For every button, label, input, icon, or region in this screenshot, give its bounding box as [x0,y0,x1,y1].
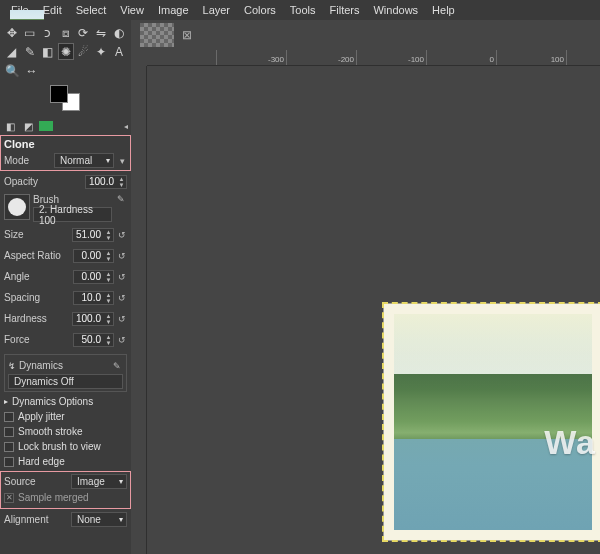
jitter-label: Apply jitter [18,411,65,422]
aspect-label: Aspect Ratio [4,250,61,261]
dock-menu-icon[interactable]: ◂ [124,122,128,131]
menu-filters[interactable]: Filters [323,2,367,18]
aspect-reset-icon[interactable]: ↺ [117,251,127,261]
measure-icon[interactable]: ↔ [23,62,40,79]
angle-label: Angle [4,271,30,282]
watermark-text: Wa [544,423,596,462]
brush-section: Brush 2. Hardness 100 ✎ [0,192,131,224]
image-tab-icon[interactable] [39,121,53,131]
mode-row: Mode Normal▾ ▾ [4,152,127,169]
menu-layer[interactable]: Layer [196,2,238,18]
path-icon[interactable]: ✦ [93,43,109,60]
image-tab-empty[interactable] [140,23,174,47]
dynamics-edit-icon[interactable]: ✎ [111,361,123,371]
tool-options-tab-icon[interactable]: ◧ [3,119,17,133]
lock-checkbox[interactable] [4,442,14,452]
move-tool-icon[interactable]: ✥ [4,24,20,41]
sample-merged-checkbox[interactable]: ✕ [4,493,14,503]
angle-field[interactable]: 0.00▲▼ [73,270,114,284]
angle-row: Angle 0.00▲▼ ↺ [0,266,131,287]
dynamics-dropdown[interactable]: Dynamics Off [8,374,123,389]
force-field[interactable]: 50.0▲▼ [73,333,114,347]
menubar: File Edit Select View Image Layer Colors… [0,0,600,20]
size-field[interactable]: 51.00▲▼ [72,228,114,242]
menu-select[interactable]: Select [69,2,114,18]
hardness-label: Hardness [4,313,47,324]
rect-select-icon[interactable]: ▭ [22,24,38,41]
dock-tabbar: ◧ ◩ ◂ [0,117,131,135]
force-label: Force [4,334,30,345]
zoom-icon[interactable]: 🔍 [4,62,21,79]
toolbox: ✥ ▭ ɔ ⧈ ⟳ ⇋ ◐ ◢ ✎ ◧ ✺ ☄ ✦ A 🔍 ↔ [0,20,131,117]
image-canvas[interactable]: Wa [384,304,600,540]
menu-image[interactable]: Image [151,2,196,18]
lasso-icon[interactable]: ɔ [40,24,56,41]
opacity-field[interactable]: 100.0▲▼ [85,175,127,189]
smooth-label: Smooth stroke [18,426,82,437]
smudge-icon[interactable]: ☄ [76,43,92,60]
source-label: Source [4,476,36,487]
hardness-row: Hardness 100.0▲▼ ↺ [0,308,131,329]
tool-title-section: Clone Mode Normal▾ ▾ [0,135,131,171]
brush-picker[interactable]: 2. Hardness 100 [33,207,112,222]
smooth-checkbox[interactable] [4,427,14,437]
alignment-label: Alignment [4,514,48,525]
image-content [394,314,592,530]
tool-title: Clone [4,137,127,152]
spacing-label: Spacing [4,292,40,303]
fg-bg-colors[interactable] [50,85,80,111]
size-reset-icon[interactable]: ↺ [117,230,127,240]
menu-view[interactable]: View [113,2,151,18]
jitter-checkbox[interactable] [4,412,14,422]
canvas-area[interactable]: Wa [147,66,600,554]
menu-help[interactable]: Help [425,2,462,18]
pencil-icon[interactable]: ✎ [22,43,38,60]
size-row: Size 51.00▲▼ ↺ [0,224,131,245]
aspect-row: Aspect Ratio 0.00▲▼ ↺ [0,245,131,266]
angle-reset-icon[interactable]: ↺ [117,272,127,282]
force-row: Force 50.0▲▼ ↺ [0,329,131,350]
close-tab-icon[interactable]: ⊠ [177,25,197,45]
left-panel: ✥ ▭ ɔ ⧈ ⟳ ⇋ ◐ ◢ ✎ ◧ ✺ ☄ ✦ A 🔍 ↔ ◧ ◩ [0,20,131,554]
spacing-field[interactable]: 10.0▲▼ [73,291,114,305]
warp-icon[interactable]: ◐ [111,24,127,41]
aspect-field[interactable]: 0.00▲▼ [73,249,114,263]
device-tab-icon[interactable]: ◩ [21,119,35,133]
alignment-row: Alignment None▾ [0,509,131,530]
size-label: Size [4,229,23,240]
rotate-icon[interactable]: ⟳ [75,24,91,41]
brush-preview[interactable] [4,194,30,220]
clone-tool-icon[interactable]: ✺ [58,43,74,60]
spacing-reset-icon[interactable]: ↺ [117,293,127,303]
source-section: Source Image▾ ✕ Sample merged [0,471,131,509]
bucket-icon[interactable]: ◢ [4,43,20,60]
spacing-row: Spacing 10.0▲▼ ↺ [0,287,131,308]
hardness-reset-icon[interactable]: ↺ [117,314,127,324]
fg-color-swatch[interactable] [50,85,68,103]
dynamics-section: ↯ Dynamics ✎ Dynamics Off ▸ Dynamics Opt… [0,350,131,471]
hard-checkbox[interactable] [4,457,14,467]
mode-dropdown[interactable]: Normal▾ [54,153,114,168]
menu-colors[interactable]: Colors [237,2,283,18]
dynamics-options-expander[interactable]: ▸ Dynamics Options [4,394,127,409]
text-tool-icon[interactable]: A [111,43,127,60]
hardness-field[interactable]: 100.0▲▼ [72,312,114,326]
ruler-vertical [131,66,147,554]
source-dropdown[interactable]: Image▾ [71,474,127,489]
mode-extra-icon[interactable]: ▾ [117,156,127,166]
hard-label: Hard edge [18,456,65,467]
dynamics-label: Dynamics [19,360,63,371]
alignment-dropdown[interactable]: None▾ [71,512,127,527]
brush-edit-icon[interactable]: ✎ [115,194,127,204]
eraser-icon[interactable]: ◧ [40,43,56,60]
menu-windows[interactable]: Windows [366,2,425,18]
sample-merged-label: Sample merged [18,492,89,503]
opacity-label: Opacity [4,176,38,187]
lock-label: Lock brush to view [18,441,101,452]
flip-icon[interactable]: ⇋ [93,24,109,41]
menu-tools[interactable]: Tools [283,2,323,18]
force-reset-icon[interactable]: ↺ [117,335,127,345]
mode-label: Mode [4,155,29,166]
ruler-horizontal [147,50,600,66]
crop-icon[interactable]: ⧈ [58,24,74,41]
